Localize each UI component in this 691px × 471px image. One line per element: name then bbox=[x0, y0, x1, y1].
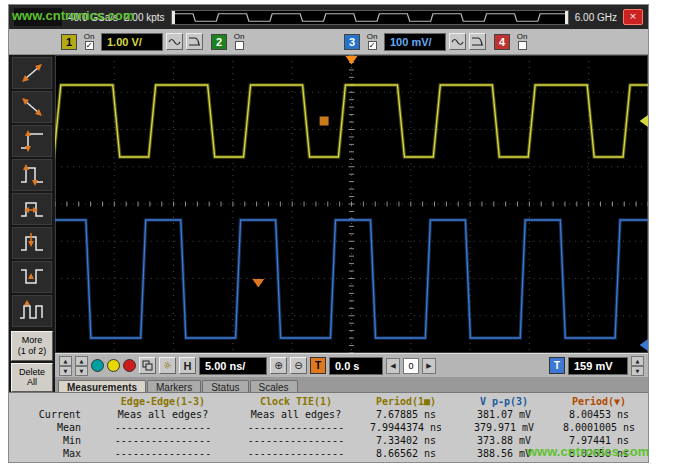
measurement-row-label: Max bbox=[9, 447, 89, 460]
spin-down-icon[interactable]: ▼ bbox=[631, 366, 644, 376]
measurement-value: 7.67885 ns bbox=[355, 408, 457, 421]
glitch-trigger-icon bbox=[18, 163, 46, 187]
zoom-in-button[interactable]: ⊕ bbox=[270, 357, 287, 374]
measurement-row-label: Current bbox=[9, 408, 89, 421]
measurement-value: 7.9944374 ns bbox=[355, 421, 457, 434]
measurement-column-header: Period(1■) bbox=[355, 395, 457, 408]
channel-bar: 1 On ✓ 1.00 V/ 2 On 3 On ✓ bbox=[9, 29, 648, 55]
trigger-time-marker[interactable] bbox=[346, 56, 358, 64]
spin-up-icon[interactable]: ▲ bbox=[631, 356, 644, 366]
channel-3-on-label: On bbox=[367, 33, 378, 41]
channel-3-scale-display[interactable]: 100 mV/ bbox=[384, 33, 446, 51]
channel-2-button[interactable]: 2 bbox=[211, 34, 227, 50]
trigger-source-button[interactable]: T bbox=[549, 357, 565, 374]
delete-button-label: Delete bbox=[12, 367, 52, 378]
measurement-value: Meas all edges? bbox=[89, 408, 237, 421]
pattern-trigger-button[interactable] bbox=[12, 295, 52, 327]
ac-coupling-icon[interactable] bbox=[166, 33, 183, 50]
bandwidth-text: 6.00 GHz bbox=[575, 12, 617, 23]
measurement-row-label: Min bbox=[9, 434, 89, 447]
pulse-width-button[interactable] bbox=[12, 193, 52, 225]
position-increment-button[interactable]: ▶ bbox=[422, 358, 436, 374]
channel-3-checkbox[interactable]: ✓ bbox=[368, 41, 377, 50]
channel-3-button[interactable]: 3 bbox=[344, 34, 360, 50]
measurement-marker-square[interactable] bbox=[320, 117, 329, 126]
measurement-value: ---------------- bbox=[237, 447, 355, 460]
channel-3-on-toggle[interactable]: On ✓ bbox=[363, 33, 381, 50]
spin-down-icon[interactable]: ▼ bbox=[75, 366, 88, 376]
measurement-corner-cell bbox=[9, 395, 89, 408]
channel-1-on-toggle[interactable]: On ✓ bbox=[80, 33, 98, 50]
yellow-circle-button[interactable] bbox=[107, 359, 120, 372]
preview-left-handle[interactable] bbox=[172, 11, 175, 24]
horizontal-menu-button[interactable]: H bbox=[179, 357, 196, 374]
edge-falling-icon bbox=[18, 95, 46, 119]
horizontal-position-display[interactable]: 0.0 s bbox=[329, 357, 383, 375]
channel-1-level-marker[interactable] bbox=[640, 115, 648, 127]
teal-circle-button[interactable] bbox=[91, 359, 104, 372]
horizontal-scale-display[interactable]: 5.00 ns/ bbox=[199, 357, 267, 375]
position-step-display[interactable]: 0 bbox=[403, 358, 419, 374]
measurement-value: 379.971 mV bbox=[457, 421, 551, 434]
more-button-label: More bbox=[12, 335, 52, 346]
toolbar-spinner-b[interactable]: ▲ ▼ bbox=[75, 356, 88, 375]
timebase-preview[interactable] bbox=[171, 10, 569, 25]
edge-rising-button[interactable] bbox=[12, 57, 52, 89]
measurement-column-header: V p-p(3) bbox=[457, 395, 551, 408]
channel-4-controls: 4 On bbox=[494, 33, 531, 50]
preview-right-handle[interactable] bbox=[565, 11, 568, 24]
measurement-value: 8.00453 ns bbox=[551, 408, 647, 421]
delete-all-button[interactable]: Delete All bbox=[11, 363, 53, 393]
edge-either-button[interactable] bbox=[12, 125, 52, 157]
channel-2-controls: 2 On bbox=[211, 33, 248, 50]
channel-4-checkbox[interactable] bbox=[518, 41, 527, 50]
spin-down-icon[interactable]: ▼ bbox=[59, 366, 72, 376]
channel-4-on-toggle[interactable]: On bbox=[513, 33, 531, 50]
measurement-value: ---------------- bbox=[89, 434, 237, 447]
brightness-button[interactable]: ☼ bbox=[159, 357, 176, 374]
channel-1-button[interactable]: 1 bbox=[61, 34, 77, 50]
watermark-top-left: www.cntronics.com bbox=[12, 8, 134, 23]
horizontal-reference-button[interactable]: T bbox=[310, 357, 326, 374]
channel-2-checkbox[interactable] bbox=[235, 41, 244, 50]
spin-up-icon[interactable]: ▲ bbox=[75, 356, 88, 366]
watermark-bottom-right: www.cntronics.com bbox=[527, 444, 649, 459]
glitch-trigger-button[interactable] bbox=[12, 159, 52, 191]
channel-1-scale-display[interactable]: 1.00 V/ bbox=[101, 33, 163, 51]
measurement-row-label: Mean bbox=[9, 421, 89, 434]
preview-svg bbox=[172, 11, 568, 24]
pulse-low-button[interactable] bbox=[12, 261, 52, 293]
channel-1-checkbox[interactable]: ✓ bbox=[85, 41, 94, 50]
spin-up-icon[interactable]: ▲ bbox=[59, 356, 72, 366]
close-button[interactable]: × bbox=[623, 9, 643, 25]
bandwidth-limit-icon[interactable] bbox=[469, 33, 486, 50]
toolbar-spinner-a[interactable]: ▲ ▼ bbox=[59, 356, 72, 375]
red-circle-button[interactable] bbox=[123, 359, 136, 372]
bottom-toolbar: ▲ ▼ ▲ ▼ ☼ H 5.00 ns/ bbox=[55, 353, 648, 377]
trigger-level-spinner[interactable]: ▲ ▼ bbox=[631, 356, 644, 375]
zoom-out-button[interactable]: ⊖ bbox=[290, 357, 307, 374]
measurement-row: CurrentMeas all edges?Meas all edges?7.6… bbox=[9, 408, 648, 421]
more-button[interactable]: More (1 of 2) bbox=[11, 331, 53, 361]
waveform-display[interactable] bbox=[55, 55, 648, 353]
trigger-level-display[interactable]: 159 mV bbox=[568, 357, 628, 375]
measurement-value: ---------------- bbox=[237, 421, 355, 434]
channel-2-on-toggle[interactable]: On bbox=[230, 33, 248, 50]
channel-4-on-label: On bbox=[517, 33, 528, 41]
measurement-value: 8.0001005 ns bbox=[551, 421, 647, 434]
ac-coupling-icon[interactable] bbox=[449, 33, 466, 50]
channel-4-button[interactable]: 4 bbox=[494, 34, 510, 50]
delete-button-sublabel: All bbox=[12, 377, 52, 388]
more-button-sublabel: (1 of 2) bbox=[12, 346, 52, 357]
edge-falling-button[interactable] bbox=[12, 91, 52, 123]
measurement-column-header: Period(▼) bbox=[551, 395, 647, 408]
oscilloscope-window: 40.0 GSa/s 2.00 kpts 6.00 GHz × 1 On ✓ 1… bbox=[8, 4, 649, 463]
position-decrement-button[interactable]: ◀ bbox=[386, 358, 400, 374]
display-mode-button[interactable] bbox=[139, 357, 156, 374]
measurement-marker-triangle[interactable] bbox=[252, 279, 264, 287]
bandwidth-limit-icon[interactable] bbox=[186, 33, 203, 50]
channel-3-level-marker[interactable] bbox=[640, 339, 648, 351]
measurement-value: 7.33402 ns bbox=[355, 434, 457, 447]
channel-1-controls: 1 On ✓ 1.00 V/ bbox=[61, 33, 203, 51]
timeout-trigger-button[interactable] bbox=[12, 227, 52, 259]
